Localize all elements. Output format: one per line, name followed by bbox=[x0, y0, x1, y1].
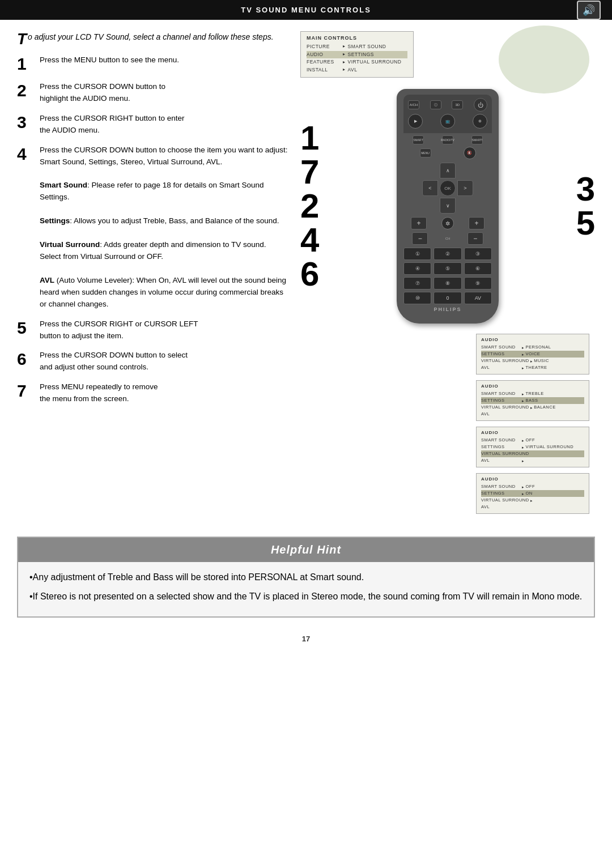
step-4-text: Press the CURSOR DOWN button to choose t… bbox=[40, 144, 289, 310]
hint-bullet-2: •If Stereo is not presented on a selecte… bbox=[29, 589, 583, 604]
vol-ch-row: + ✲ + bbox=[403, 217, 492, 229]
cursor-left-button[interactable]: < bbox=[422, 180, 438, 196]
big-num-4: 4 bbox=[300, 223, 319, 257]
menu-row-features: FEATURES▸VIRTUAL SURROUND bbox=[307, 58, 407, 66]
side-row-virtual-3: VIRTUAL SURROUND bbox=[481, 450, 584, 457]
intro-text: T o adjust your LCD TV Sound, select a c… bbox=[17, 31, 289, 43]
step-1-text: Press the MENU button to see the menu. bbox=[40, 54, 179, 66]
remote-control: A/CH ⓘ 3D ⏻ ▶ 📺 ⊕ bbox=[397, 89, 499, 324]
big-num-6: 6 bbox=[300, 257, 319, 291]
side-menu-1: AUDIO SMART SOUND▸PERSONAL SETTINGS▸VOIC… bbox=[476, 334, 589, 375]
main-menu-box: MAIN CONTROLS PICTURE▸SMART SOUND AUDIO▸… bbox=[300, 31, 414, 78]
ch-label: CH bbox=[445, 237, 450, 240]
step-5-number: 5 bbox=[17, 318, 31, 337]
btn-av[interactable]: AV bbox=[464, 292, 492, 304]
btn-4[interactable]: ④ bbox=[403, 262, 431, 275]
side-row-virtual-4: VIRTUAL SURROUND▸ bbox=[481, 497, 584, 504]
btn-info[interactable]: ⓘ bbox=[430, 100, 441, 109]
btn-1[interactable]: ① bbox=[403, 248, 431, 260]
helpful-hint-box: Helpful Hint •Any adjustment of Treble a… bbox=[17, 537, 595, 617]
step-4-number: 4 bbox=[17, 144, 31, 163]
side-menu-2-title: AUDIO bbox=[481, 384, 584, 389]
vol-plus[interactable]: + bbox=[411, 217, 427, 229]
btn-9[interactable]: ⑨ bbox=[464, 277, 492, 290]
side-row-smart-sound-3: SMART SOUND▸OFF bbox=[481, 437, 584, 444]
big-num-3: 3 bbox=[576, 172, 595, 206]
btn-mute[interactable]: 🔇 bbox=[464, 147, 476, 159]
number-grid: ① ② ③ ④ ⑤ ⑥ ⑦ ⑧ ⑨ ⑩ 0 AV bbox=[403, 248, 492, 304]
btn-7[interactable]: ⑦ bbox=[403, 277, 431, 290]
btn-pip[interactable]: 3D bbox=[452, 100, 463, 109]
btn-star[interactable]: ✲ bbox=[441, 217, 454, 229]
btn-2[interactable]: ② bbox=[434, 248, 461, 260]
helpful-hint-title: Helpful Hint bbox=[271, 543, 341, 556]
big-num-7: 7 bbox=[300, 155, 319, 189]
right-panel-menus: AUDIO SMART SOUND▸PERSONAL SETTINGS▸VOIC… bbox=[476, 328, 595, 514]
cursor-down-button[interactable]: ∨ bbox=[440, 198, 456, 214]
btn-0[interactable]: 0 bbox=[434, 292, 461, 304]
menu-row-audio: AUDIO▸SETTINGS bbox=[307, 51, 407, 59]
ch-plus[interactable]: + bbox=[469, 217, 484, 229]
side-menu-4-title: AUDIO bbox=[481, 476, 584, 482]
side-row-avl-1: AVL▸THEATRE bbox=[481, 364, 584, 371]
step-7: 7 Press MENU repeatedly to removethe men… bbox=[17, 381, 289, 405]
step-6-number: 6 bbox=[17, 350, 31, 368]
right-big-numbers: 3 5 bbox=[576, 172, 595, 240]
sound-icon: 🔊 bbox=[577, 1, 601, 20]
remote-top: A/CH ⓘ 3D ⏻ ▶ 📺 ⊕ bbox=[403, 95, 492, 133]
menu-row-picture: PICTURE▸SMART SOUND bbox=[307, 43, 407, 51]
step-2: 2 Press the CURSOR DOWN button tohighlig… bbox=[17, 81, 289, 105]
vol-minus[interactable]: − bbox=[412, 232, 428, 245]
side-row-virtual-1: VIRTUAL SURROUND▸MUSIC bbox=[481, 358, 584, 364]
header-title: TV Sound Menu Controls bbox=[241, 6, 371, 14]
right-column: MAIN CONTROLS PICTURE▸SMART SOUND AUDIO▸… bbox=[300, 31, 595, 514]
btn-menu[interactable]: MENU bbox=[420, 148, 431, 158]
big-num-2: 2 bbox=[300, 189, 319, 223]
remote-smart-row: SMART RADIO/TV SMART! bbox=[403, 135, 492, 144]
btn-3[interactable]: ③ bbox=[464, 248, 492, 260]
helpful-hint-header: Helpful Hint bbox=[18, 538, 594, 562]
step-7-text: Press MENU repeatedly to removethe menu … bbox=[40, 381, 158, 405]
btn-radio[interactable]: RADIO/TV bbox=[442, 135, 453, 144]
side-row-avl-3: AVL▸ bbox=[481, 457, 584, 464]
step-1-number: 1 bbox=[17, 54, 31, 73]
ch-minus[interactable]: − bbox=[468, 232, 483, 245]
philips-logo: PHILIPS bbox=[403, 307, 492, 312]
side-row-settings-3: SETTINGS▸VIRTUAL SURROUND bbox=[481, 444, 584, 450]
cursor-ok-button[interactable]: OK bbox=[440, 180, 456, 196]
side-menu-3: AUDIO SMART SOUND▸OFF SETTINGS▸VIRTUAL S… bbox=[476, 427, 589, 467]
btn-ach[interactable]: A/CH bbox=[408, 100, 419, 109]
helpful-hint-body: •Any adjustment of Treble and Bass will … bbox=[18, 562, 594, 616]
side-row-virtual-2: VIRTUAL SURROUND▸BALANCE bbox=[481, 404, 584, 411]
side-row-settings-2: SETTINGS▸BASS bbox=[481, 397, 584, 404]
step-4: 4 Press the CURSOR DOWN button to choose… bbox=[17, 144, 289, 310]
big-num-1: 1 bbox=[300, 121, 319, 155]
side-row-smart-sound-1: SMART SOUND▸PERSONAL bbox=[481, 344, 584, 351]
page: TV Sound Menu Controls 🔊 T o adjust your… bbox=[0, 0, 612, 868]
big-num-5: 5 bbox=[576, 206, 595, 240]
btn-play[interactable]: ▶ bbox=[408, 114, 423, 129]
side-menu-2: AUDIO SMART SOUND▸TREBLE SETTINGS▸BASS V… bbox=[476, 380, 589, 421]
hint-bullet-1: •Any adjustment of Treble and Bass will … bbox=[29, 570, 583, 585]
step-3: 3 Press the CURSOR RIGHT button to enter… bbox=[17, 113, 289, 137]
btn-8[interactable]: ⑧ bbox=[434, 277, 461, 290]
btn-smart3[interactable]: SMART! bbox=[471, 135, 483, 144]
step-5: 5 Press the CURSOR RIGHT or CURSOR LEFTb… bbox=[17, 318, 289, 342]
btn-smart2[interactable]: SMART bbox=[413, 135, 424, 144]
side-row-smart-sound-2: SMART SOUND▸TREBLE bbox=[481, 390, 584, 397]
btn-6[interactable]: ⑥ bbox=[464, 262, 492, 275]
step-1: 1 Press the MENU button to see the menu. bbox=[17, 54, 289, 73]
side-menu-3-title: AUDIO bbox=[481, 430, 584, 435]
btn-5[interactable]: ⑤ bbox=[434, 262, 461, 275]
vol-ch-row-2: − CH − bbox=[403, 232, 492, 245]
side-menu-4: AUDIO SMART SOUND▸OFF SETTINGS▸ON VIRTUA… bbox=[476, 473, 589, 514]
btn-10[interactable]: ⑩ bbox=[403, 292, 431, 304]
power-button[interactable]: ⏻ bbox=[474, 98, 487, 112]
main-menu-title: MAIN CONTROLS bbox=[307, 35, 407, 41]
btn-smart[interactable]: ⊕ bbox=[473, 114, 487, 129]
cursor-up-button[interactable]: ∧ bbox=[440, 163, 456, 178]
side-menu-1-title: AUDIO bbox=[481, 337, 584, 342]
step-7-number: 7 bbox=[17, 381, 31, 400]
btn-tv[interactable]: 📺 bbox=[440, 114, 455, 129]
cursor-right-button[interactable]: > bbox=[457, 180, 473, 196]
